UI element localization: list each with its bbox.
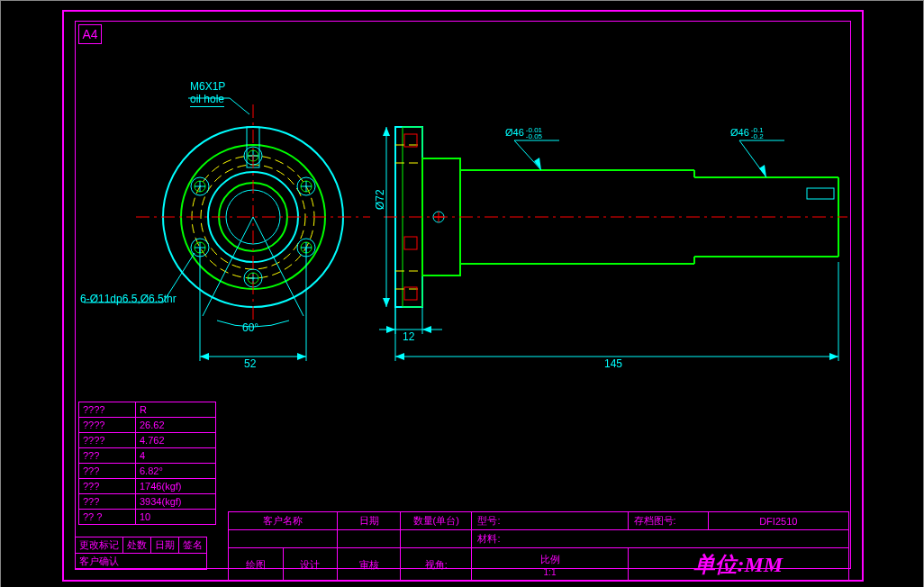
- bolt-circle-dim: 52: [244, 357, 256, 370]
- length-dim: 145: [604, 357, 622, 370]
- spec-val: 3934(kgf): [136, 494, 216, 510]
- svg-rect-68: [807, 188, 834, 199]
- spec-table: ????R????26.62????4.762???4???6.82°???17…: [78, 402, 216, 525]
- tb-check: 审核: [338, 548, 401, 582]
- spec-key: ????: [79, 402, 136, 418]
- spec-val: 1746(kgf): [136, 479, 216, 494]
- bolt-pattern-label: 6-Ø11dp6.5,Ø6.5thr: [80, 293, 177, 305]
- svg-marker-76: [386, 326, 395, 333]
- flange-dia-dim: Ø72: [374, 189, 386, 210]
- spec-val: 4: [136, 448, 216, 464]
- rev-place: 处数: [123, 537, 151, 554]
- tb-scale: 比例: [540, 554, 560, 564]
- spec-val: 26.62: [136, 418, 216, 433]
- tb-model-label: 型号:: [472, 512, 628, 530]
- spec-key: ???: [79, 479, 136, 494]
- thread-label: M6X1P: [190, 80, 225, 93]
- svg-marker-71: [383, 127, 390, 136]
- spec-val: 10: [136, 510, 216, 525]
- svg-marker-82: [829, 353, 838, 360]
- spec-val: 6.82°: [136, 464, 216, 479]
- side-view: [379, 127, 847, 361]
- front-view: [84, 98, 370, 361]
- rev-sign: 签名: [179, 537, 207, 554]
- tb-archive-no: DFI2510: [708, 512, 848, 530]
- rev-date: 日期: [151, 537, 179, 554]
- svg-line-83: [514, 140, 541, 170]
- svg-marker-72: [383, 298, 390, 307]
- angle-dim: 60°: [242, 321, 258, 334]
- tb-date: 日期: [338, 512, 401, 530]
- rev-confirm: 客户确认: [76, 554, 207, 570]
- spec-val: 4.762: [136, 433, 216, 448]
- svg-marker-81: [395, 353, 404, 360]
- title-block: 客户名称 日期 数量(单台) 型号: 存档图号: DFI2510 材料: 绘图 …: [228, 511, 849, 582]
- revision-table: 更改标记 处数 日期 签名 客户确认: [75, 537, 207, 570]
- svg-marker-77: [422, 326, 431, 333]
- spec-key: ???: [79, 494, 136, 510]
- spec-key: ?? ?: [79, 510, 136, 525]
- tb-design: 设计: [283, 548, 338, 582]
- tb-customer: 客户名称: [229, 512, 338, 530]
- spec-key: ???: [79, 448, 136, 464]
- tb-material: 材料:: [472, 530, 849, 548]
- tb-scale-val: 1:1: [544, 567, 557, 577]
- spec-val: R: [136, 402, 216, 418]
- spec-key: ????: [79, 418, 136, 433]
- tb-unit: 单位:MM: [693, 553, 783, 576]
- tb-view: 视角:: [400, 548, 472, 582]
- svg-line-41: [230, 98, 249, 114]
- tb-draw: 绘图: [229, 548, 284, 582]
- svg-marker-39: [200, 353, 209, 360]
- svg-marker-88: [759, 165, 766, 177]
- tb-qty: 数量(单台): [400, 512, 472, 530]
- thread-sub-label: oil hole: [190, 93, 224, 107]
- svg-marker-40: [297, 353, 306, 360]
- rev-mark: 更改标记: [76, 537, 123, 554]
- spec-key: ????: [79, 433, 136, 448]
- cad-viewport[interactable]: A4: [0, 0, 924, 587]
- shaft-dia-2: Ø46-0.1-0.2: [730, 127, 764, 140]
- tb-archive-label: 存档图号:: [628, 512, 708, 530]
- flange-thick-dim: 12: [403, 330, 414, 343]
- spec-key: ???: [79, 464, 136, 479]
- shaft-dia-1: Ø46-0.01-0.05: [505, 127, 542, 140]
- svg-rect-53: [404, 237, 417, 249]
